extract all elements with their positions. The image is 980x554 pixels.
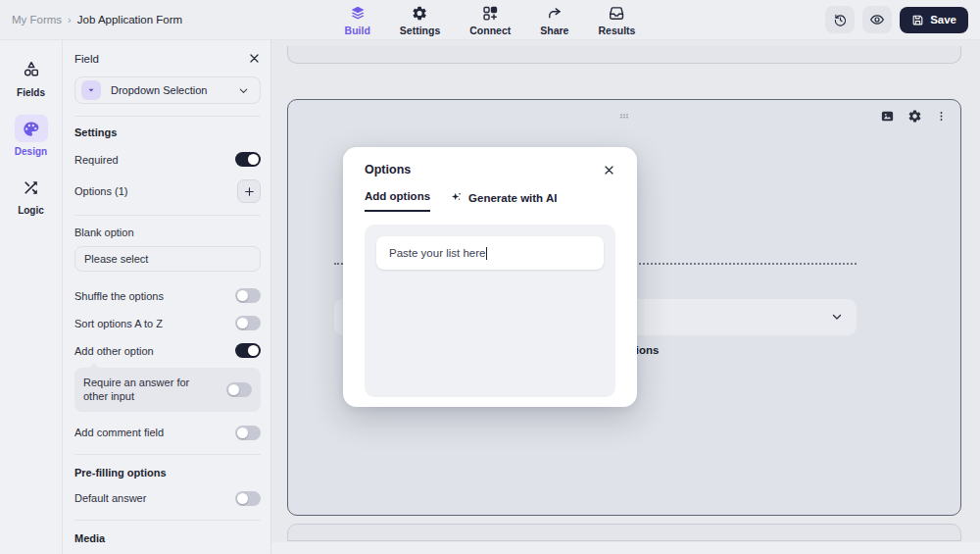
preview-button[interactable] xyxy=(862,6,892,33)
save-icon xyxy=(911,14,924,26)
tab-share-label: Share xyxy=(540,25,568,36)
add-other-toggle[interactable] xyxy=(235,343,261,358)
tab-settings-label: Settings xyxy=(400,25,440,36)
options-list-input[interactable]: Paste your list here xyxy=(376,236,604,270)
default-answer-label: Default answer xyxy=(74,492,146,504)
blank-option-input[interactable]: Please select xyxy=(74,246,261,272)
required-toggle[interactable] xyxy=(235,152,261,167)
settings-section-header: Settings xyxy=(74,126,261,138)
rail-design-label: Design xyxy=(15,146,47,157)
history-icon xyxy=(833,13,848,27)
top-right-controls: Save xyxy=(825,6,968,33)
layers-icon xyxy=(349,5,366,22)
tab-settings[interactable]: Settings xyxy=(400,5,440,36)
shapes-icon xyxy=(15,56,48,83)
block-toolbar xyxy=(880,109,948,124)
chevron-down-icon xyxy=(237,84,250,97)
rail-fields-label: Fields xyxy=(17,87,45,98)
sort-toggle[interactable] xyxy=(235,316,261,330)
prefill-section-header: Pre-filling options xyxy=(74,467,261,478)
blank-option-value: Please select xyxy=(84,253,148,265)
field-settings-panel: Field Dropdown Selection Settings Requir… xyxy=(63,40,271,554)
panel-title: Field xyxy=(74,53,99,65)
media-section-header: Media xyxy=(74,532,261,544)
next-form-block[interactable] xyxy=(287,524,961,541)
select-chevron-down-icon xyxy=(830,310,844,324)
breadcrumb-form-name[interactable]: Job Application Form xyxy=(77,14,182,25)
image-icon[interactable] xyxy=(880,109,895,124)
tab-add-options[interactable]: Add options xyxy=(365,190,430,212)
tab-generate-label: Generate with AI xyxy=(468,192,557,204)
previous-form-block[interactable] xyxy=(287,46,961,64)
tab-connect[interactable]: Connect xyxy=(469,5,511,36)
tab-share[interactable]: Share xyxy=(540,5,568,36)
rail-item-design[interactable]: Design xyxy=(15,115,48,157)
version-history-button[interactable] xyxy=(825,6,855,33)
shuffle-label: Shuffle the options xyxy=(74,290,164,302)
options-list-area: Paste your list here xyxy=(365,225,615,397)
options-modal: Options Add options Generate with AI Pas… xyxy=(343,147,637,407)
save-button-label: Save xyxy=(930,14,956,25)
options-input-placeholder: Paste your list here xyxy=(389,247,485,259)
breadcrumb: My Forms › Job Application Form xyxy=(12,14,182,25)
dropdown-caret-badge-icon xyxy=(81,80,101,100)
add-comment-toggle[interactable] xyxy=(235,426,261,440)
require-other-box: Require an answer for other input xyxy=(74,368,261,412)
inbox-icon xyxy=(609,5,625,22)
field-type-select[interactable]: Dropdown Selection xyxy=(74,76,261,104)
rail-logic-label: Logic xyxy=(18,205,44,216)
sort-label: Sort options A to Z xyxy=(74,318,163,329)
close-panel-icon[interactable] xyxy=(248,52,261,65)
save-button[interactable]: Save xyxy=(900,7,968,33)
require-other-toggle[interactable] xyxy=(226,382,252,397)
gear-icon xyxy=(412,5,428,22)
block-settings-gear-icon[interactable] xyxy=(907,109,922,124)
left-rail: Fields Design Logic xyxy=(0,40,63,554)
add-option-button[interactable] xyxy=(237,179,261,203)
shuffle-icon xyxy=(15,174,48,201)
tab-build[interactable]: Build xyxy=(345,5,370,36)
rail-item-logic[interactable]: Logic xyxy=(15,174,48,216)
require-other-label: Require an answer for other input xyxy=(83,376,199,404)
modal-tabs: Add options Generate with AI xyxy=(365,190,615,212)
top-bar: My Forms › Job Application Form Build Se… xyxy=(0,0,980,39)
sparkles-icon xyxy=(450,191,463,204)
required-label: Required xyxy=(74,154,119,166)
tab-connect-label: Connect xyxy=(469,25,511,36)
modal-close-icon[interactable] xyxy=(603,164,615,176)
text-cursor xyxy=(486,247,487,260)
tab-build-label: Build xyxy=(345,25,370,36)
options-count-label: Options (1) xyxy=(74,185,127,197)
palette-icon xyxy=(15,115,48,142)
shuffle-toggle[interactable] xyxy=(235,288,261,303)
canvas-bottom-strip xyxy=(271,542,980,554)
top-nav-tabs: Build Settings Connect Share Results xyxy=(345,5,636,36)
eye-icon xyxy=(869,12,885,27)
kebab-menu-icon[interactable] xyxy=(935,109,948,124)
tab-results[interactable]: Results xyxy=(598,5,635,36)
modal-title: Options xyxy=(365,163,411,176)
rail-item-fields[interactable]: Fields xyxy=(15,56,48,98)
apps-plus-icon xyxy=(482,5,499,22)
tab-add-options-label: Add options xyxy=(365,190,430,202)
default-answer-toggle[interactable] xyxy=(235,491,261,506)
share-arrow-icon xyxy=(546,5,563,22)
field-type-value: Dropdown Selection xyxy=(111,84,207,96)
tab-results-label: Results xyxy=(598,25,635,36)
blank-option-label: Blank option xyxy=(74,227,261,238)
tab-generate-with-ai[interactable]: Generate with AI xyxy=(450,191,557,212)
add-comment-label: Add comment field xyxy=(74,427,164,438)
breadcrumb-my-forms[interactable]: My Forms xyxy=(12,14,62,25)
breadcrumb-separator: › xyxy=(68,14,72,25)
add-other-label: Add other option xyxy=(74,345,154,357)
drag-handle-icon[interactable] xyxy=(615,106,633,126)
